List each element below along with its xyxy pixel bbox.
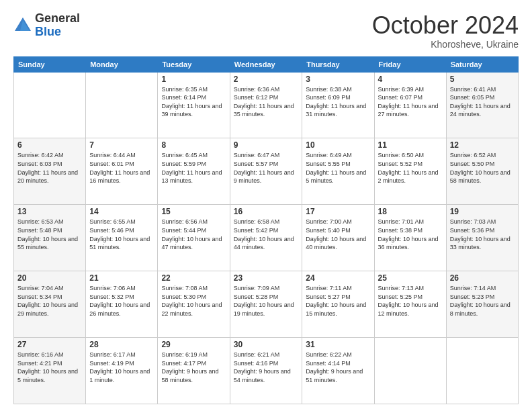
day-info: Sunrise: 6:16 AM Sunset: 4:21 PM Dayligh… (17, 351, 82, 384)
table-row: 17Sunrise: 7:00 AM Sunset: 5:40 PM Dayli… (302, 205, 374, 271)
logo-blue: Blue (35, 26, 80, 39)
table-row: 1Sunrise: 6:35 AM Sunset: 6:14 PM Daylig… (158, 72, 230, 138)
table-row: 5Sunrise: 6:41 AM Sunset: 6:05 PM Daylig… (446, 72, 518, 138)
table-row: 19Sunrise: 7:03 AM Sunset: 5:36 PM Dayli… (446, 205, 518, 271)
day-number: 23 (234, 273, 299, 283)
day-number: 9 (234, 140, 299, 150)
day-info: Sunrise: 6:49 AM Sunset: 5:55 PM Dayligh… (306, 151, 370, 185)
table-row (446, 338, 518, 404)
table-row: 4Sunrise: 6:39 AM Sunset: 6:07 PM Daylig… (374, 72, 446, 138)
day-info: Sunrise: 6:42 AM Sunset: 6:03 PM Dayligh… (17, 151, 82, 185)
day-info: Sunrise: 6:47 AM Sunset: 5:57 PM Dayligh… (234, 151, 299, 185)
title-section: October 2024 Khorosheve, Ukraine (372, 12, 519, 50)
day-info: Sunrise: 6:21 AM Sunset: 4:16 PM Dayligh… (234, 351, 299, 384)
calendar-week-row: 20Sunrise: 7:04 AM Sunset: 5:34 PM Dayli… (14, 271, 519, 338)
day-number: 7 (89, 140, 154, 150)
day-info: Sunrise: 6:22 AM Sunset: 4:14 PM Dayligh… (306, 351, 370, 384)
day-number: 26 (450, 273, 515, 283)
day-number: 15 (161, 207, 226, 216)
day-number: 6 (17, 140, 82, 150)
table-row: 13Sunrise: 6:53 AM Sunset: 5:48 PM Dayli… (14, 205, 86, 271)
day-info: Sunrise: 7:11 AM Sunset: 5:27 PM Dayligh… (306, 284, 370, 318)
calendar-week-row: 1Sunrise: 6:35 AM Sunset: 6:14 PM Daylig… (14, 72, 519, 138)
logo-general: General (35, 12, 80, 26)
day-number: 18 (378, 207, 443, 216)
day-info: Sunrise: 6:17 AM Sunset: 4:19 PM Dayligh… (89, 351, 154, 384)
day-info: Sunrise: 6:19 AM Sunset: 4:17 PM Dayligh… (161, 351, 226, 384)
day-number: 24 (306, 273, 370, 283)
logo-text: General Blue (35, 12, 80, 39)
table-row: 31Sunrise: 6:22 AM Sunset: 4:14 PM Dayli… (302, 338, 374, 404)
day-number: 27 (17, 340, 82, 349)
calendar-week-row: 6Sunrise: 6:42 AM Sunset: 6:03 PM Daylig… (14, 138, 519, 205)
day-info: Sunrise: 6:52 AM Sunset: 5:50 PM Dayligh… (450, 151, 515, 185)
day-info: Sunrise: 7:09 AM Sunset: 5:28 PM Dayligh… (234, 284, 299, 318)
day-number: 22 (161, 273, 226, 283)
month-title: October 2024 (372, 12, 519, 39)
table-row: 14Sunrise: 6:55 AM Sunset: 5:46 PM Dayli… (86, 205, 158, 271)
calendar-week-row: 13Sunrise: 6:53 AM Sunset: 5:48 PM Dayli… (14, 205, 519, 271)
day-number: 12 (450, 140, 515, 150)
calendar-table: Sunday Monday Tuesday Wednesday Thursday… (13, 56, 519, 404)
header-wednesday: Wednesday (230, 56, 302, 72)
day-number: 19 (450, 207, 515, 216)
day-number: 13 (17, 207, 82, 216)
day-info: Sunrise: 6:44 AM Sunset: 6:01 PM Dayligh… (89, 151, 154, 185)
header-sunday: Sunday (14, 56, 86, 72)
table-row: 12Sunrise: 6:52 AM Sunset: 5:50 PM Dayli… (446, 138, 518, 205)
day-info: Sunrise: 6:35 AM Sunset: 6:14 PM Dayligh… (161, 85, 226, 119)
day-number: 14 (89, 207, 154, 216)
calendar-header-row: Sunday Monday Tuesday Wednesday Thursday… (14, 56, 519, 72)
table-row: 9Sunrise: 6:47 AM Sunset: 5:57 PM Daylig… (230, 138, 302, 205)
table-row: 2Sunrise: 6:36 AM Sunset: 6:12 PM Daylig… (230, 72, 302, 138)
day-info: Sunrise: 7:08 AM Sunset: 5:30 PM Dayligh… (161, 284, 226, 318)
day-info: Sunrise: 6:45 AM Sunset: 5:59 PM Dayligh… (161, 151, 226, 185)
day-info: Sunrise: 6:55 AM Sunset: 5:46 PM Dayligh… (89, 218, 154, 251)
table-row: 15Sunrise: 6:56 AM Sunset: 5:44 PM Dayli… (158, 205, 230, 271)
table-row: 7Sunrise: 6:44 AM Sunset: 6:01 PM Daylig… (86, 138, 158, 205)
day-info: Sunrise: 6:38 AM Sunset: 6:09 PM Dayligh… (306, 85, 370, 119)
table-row: 16Sunrise: 6:58 AM Sunset: 5:42 PM Dayli… (230, 205, 302, 271)
table-row: 3Sunrise: 6:38 AM Sunset: 6:09 PM Daylig… (302, 72, 374, 138)
day-number: 21 (89, 273, 154, 283)
day-info: Sunrise: 7:01 AM Sunset: 5:38 PM Dayligh… (378, 218, 443, 251)
day-number: 5 (450, 75, 515, 84)
table-row: 26Sunrise: 7:14 AM Sunset: 5:23 PM Dayli… (446, 271, 518, 338)
day-info: Sunrise: 6:56 AM Sunset: 5:44 PM Dayligh… (161, 218, 226, 251)
day-number: 25 (378, 273, 443, 283)
page: General Blue October 2024 Khorosheve, Uk… (0, 0, 532, 411)
table-row: 11Sunrise: 6:50 AM Sunset: 5:52 PM Dayli… (374, 138, 446, 205)
day-info: Sunrise: 6:36 AM Sunset: 6:12 PM Dayligh… (234, 85, 299, 119)
day-number: 30 (234, 340, 299, 349)
table-row: 18Sunrise: 7:01 AM Sunset: 5:38 PM Dayli… (374, 205, 446, 271)
table-row (374, 338, 446, 404)
day-number: 2 (234, 75, 299, 84)
day-info: Sunrise: 7:00 AM Sunset: 5:40 PM Dayligh… (306, 218, 370, 251)
table-row: 28Sunrise: 6:17 AM Sunset: 4:19 PM Dayli… (86, 338, 158, 404)
day-number: 10 (306, 140, 370, 150)
day-info: Sunrise: 6:39 AM Sunset: 6:07 PM Dayligh… (378, 85, 443, 119)
table-row: 6Sunrise: 6:42 AM Sunset: 6:03 PM Daylig… (14, 138, 86, 205)
table-row: 29Sunrise: 6:19 AM Sunset: 4:17 PM Dayli… (158, 338, 230, 404)
table-row: 24Sunrise: 7:11 AM Sunset: 5:27 PM Dayli… (302, 271, 374, 338)
day-info: Sunrise: 6:50 AM Sunset: 5:52 PM Dayligh… (378, 151, 443, 185)
day-info: Sunrise: 6:58 AM Sunset: 5:42 PM Dayligh… (234, 218, 299, 251)
table-row: 10Sunrise: 6:49 AM Sunset: 5:55 PM Dayli… (302, 138, 374, 205)
day-info: Sunrise: 7:06 AM Sunset: 5:32 PM Dayligh… (89, 284, 154, 318)
logo: General Blue (13, 12, 80, 39)
day-number: 17 (306, 207, 370, 216)
table-row: 25Sunrise: 7:13 AM Sunset: 5:25 PM Dayli… (374, 271, 446, 338)
day-number: 11 (378, 140, 443, 150)
day-number: 29 (161, 340, 226, 349)
day-number: 4 (378, 75, 443, 84)
day-info: Sunrise: 6:53 AM Sunset: 5:48 PM Dayligh… (17, 218, 82, 251)
table-row: 27Sunrise: 6:16 AM Sunset: 4:21 PM Dayli… (14, 338, 86, 404)
header-thursday: Thursday (302, 56, 374, 72)
location-subtitle: Khorosheve, Ukraine (372, 39, 519, 50)
table-row: 23Sunrise: 7:09 AM Sunset: 5:28 PM Dayli… (230, 271, 302, 338)
table-row: 21Sunrise: 7:06 AM Sunset: 5:32 PM Dayli… (86, 271, 158, 338)
day-info: Sunrise: 7:13 AM Sunset: 5:25 PM Dayligh… (378, 284, 443, 318)
header-saturday: Saturday (446, 56, 518, 72)
header-tuesday: Tuesday (158, 56, 230, 72)
header: General Blue October 2024 Khorosheve, Uk… (13, 12, 519, 50)
